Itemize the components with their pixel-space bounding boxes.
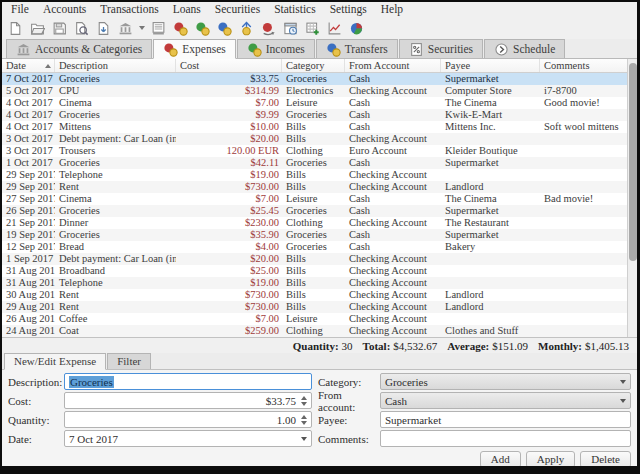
tab-label: Schedule (513, 43, 555, 55)
column-header-cost[interactable]: Cost (176, 59, 282, 72)
menu-statistics[interactable]: Statistics (267, 2, 323, 17)
comments-input[interactable] (380, 430, 631, 447)
menu-file[interactable]: File (4, 2, 36, 17)
import-file-icon[interactable] (94, 19, 112, 37)
quantity-stepper[interactable]: 1.00 (64, 411, 312, 428)
vertical-scrollbar[interactable] (627, 59, 637, 337)
table-row[interactable]: 21 Sep 2017Dinner$230.00ClothingChecking… (2, 217, 627, 229)
dropdown-caret-icon[interactable] (139, 26, 145, 30)
table-row[interactable]: 24 Aug 2017Coat$259.00ClothingChecking A… (2, 325, 627, 337)
tab-accounts-categories[interactable]: Accounts & Categories (6, 39, 152, 58)
scrollbar-thumb[interactable] (629, 63, 637, 261)
split-transaction-icon[interactable] (237, 19, 255, 37)
cell-comments (540, 157, 627, 169)
cell-date: 26 Aug 2017 (2, 313, 55, 325)
cell-cost: $25.00 (176, 265, 282, 277)
editor-tab-filter[interactable]: Filter (107, 353, 151, 369)
cell-date: 12 Sep 2017 (2, 241, 55, 253)
table-row[interactable]: 4 Oct 2017Mittens$10.00BillsCashMittens … (2, 121, 627, 133)
table-row[interactable]: 29 Aug 2017Rent$730.00BillsChecking Acco… (2, 301, 627, 313)
new-account-icon[interactable] (116, 19, 134, 37)
cell-from-account: Euro Account (345, 145, 441, 157)
table-row[interactable]: 12 Sep 2017Bread$4.00GroceriesCashBakery (2, 241, 627, 253)
pie-chart-icon[interactable] (347, 19, 365, 37)
apply-button[interactable]: Apply (526, 451, 576, 468)
menu-help[interactable]: Help (374, 2, 410, 17)
account-ledger-icon[interactable] (149, 19, 167, 37)
table-row[interactable]: 1 Oct 2017Groceries$42.11GroceriesCashSu… (2, 157, 627, 169)
cell-category: Leisure (282, 97, 345, 109)
from-account-select[interactable]: Cash (380, 392, 631, 409)
menu-settings[interactable]: Settings (323, 2, 374, 17)
spinner-arrows-icon[interactable] (301, 396, 307, 406)
table-row[interactable]: 1 Sep 2017Debt payment: Car Loan (intere… (2, 253, 627, 265)
cell-cost: $20.00 (176, 133, 282, 145)
cell-comments (540, 133, 627, 145)
table-row[interactable]: 30 Aug 2017Rent$730.00BillsChecking Acco… (2, 289, 627, 301)
table-row[interactable]: 31 Aug 2017Broadband$25.00BillsChecking … (2, 265, 627, 277)
table-row[interactable]: 4 Oct 2017Cinema$7.00LeisureCashThe Cine… (2, 97, 627, 109)
table-row[interactable]: 29 Sep 2017Rent$730.00BillsChecking Acco… (2, 181, 627, 193)
cell-date: 29 Sep 2017 (2, 169, 55, 181)
cell-cost: $7.00 (176, 97, 282, 109)
cell-cost: 120.00 EUR (176, 145, 282, 157)
table-row[interactable]: 4 Oct 2017Groceries$9.99GroceriesCashKwi… (2, 109, 627, 121)
cell-payee: Kleider Boutique (441, 145, 540, 157)
table-row[interactable]: 3 Oct 2017Trousers120.00 EURClothingEuro… (2, 145, 627, 157)
new-transfer-icon[interactable] (215, 19, 233, 37)
table-row[interactable]: 29 Sep 2017Telephone$19.00BillsChecking … (2, 169, 627, 181)
column-header-description[interactable]: Description (55, 59, 176, 72)
tab-schedule[interactable]: Schedule (484, 39, 565, 58)
column-label: Date (6, 59, 26, 72)
table-row[interactable]: 3 Oct 2017Debt payment: Car Loan (intere… (2, 133, 627, 145)
menu-accounts[interactable]: Accounts (36, 2, 93, 17)
category-select[interactable]: Groceries (380, 373, 631, 390)
table-row[interactable]: 26 Sep 2017Groceries$25.45GroceriesCashS… (2, 205, 627, 217)
tab-incomes[interactable]: Incomes (237, 39, 315, 58)
date-select[interactable]: 7 Oct 2017 (64, 430, 312, 447)
tab-expenses[interactable]: Expenses (153, 39, 235, 59)
open-file-icon[interactable] (28, 19, 46, 37)
table-row[interactable]: 5 Oct 2017CPU$314.99ElectronicsChecking … (2, 85, 627, 97)
table-row[interactable]: 19 Sep 2017Groceries$35.90GroceriesCashS… (2, 229, 627, 241)
cell-from-account: Checking Account (345, 253, 441, 265)
tab-label: Expenses (182, 43, 225, 55)
new-expense-icon[interactable] (171, 19, 189, 37)
schedule-transaction-icon[interactable] (281, 19, 299, 37)
add-button[interactable]: Add (480, 451, 521, 468)
new-security-icon[interactable] (303, 19, 321, 37)
column-header-comments[interactable]: Comments (540, 59, 627, 72)
editor-tab-new-edit-expense[interactable]: New/Edit Expense (4, 353, 106, 370)
refund-icon[interactable] (259, 19, 277, 37)
tab-securities[interactable]: Securities (399, 39, 483, 58)
cost-stepper[interactable]: $33.75 (64, 392, 312, 409)
payee-input[interactable]: Supermarket (380, 411, 631, 428)
delete-button[interactable]: Delete (580, 451, 631, 468)
expenses-table: DateDescriptionCostCategoryFrom AccountP… (2, 59, 637, 338)
column-header-date[interactable]: Date (2, 59, 55, 72)
column-header-from-account[interactable]: From Account (345, 59, 441, 72)
table-row[interactable]: 27 Sep 2017Cinema$7.00LeisureCashThe Cin… (2, 193, 627, 205)
spinner-arrows-icon[interactable] (301, 415, 307, 425)
tab-transfers[interactable]: Transfers (316, 39, 398, 58)
column-header-payee[interactable]: Payee (441, 59, 540, 72)
table-row[interactable]: 7 Oct 2017Groceries$33.75GroceriesCashSu… (2, 73, 627, 85)
menu-loans[interactable]: Loans (166, 2, 208, 17)
column-header-category[interactable]: Category (282, 59, 345, 72)
new-file-icon[interactable] (6, 19, 24, 37)
cell-date: 26 Sep 2017 (2, 205, 55, 217)
cell-category: Leisure (282, 313, 345, 325)
table-row[interactable]: 31 Aug 2017Telephone$19.00BillsChecking … (2, 277, 627, 289)
menu-transactions[interactable]: Transactions (93, 2, 165, 17)
column-label: Description (59, 59, 108, 72)
chart-icon[interactable] (325, 19, 343, 37)
quantity-value: 1.00 (277, 414, 296, 426)
cell-cost: $730.00 (176, 301, 282, 313)
save-file-icon[interactable] (50, 19, 68, 37)
reconcile-file-icon[interactable] (72, 19, 90, 37)
table-row[interactable]: 26 Aug 2017Coffee$7.00LeisureChecking Ac… (2, 313, 627, 325)
menu-securities[interactable]: Securities (208, 2, 267, 17)
description-input[interactable]: Groceries (64, 373, 312, 390)
cell-category: Electronics (282, 85, 345, 97)
new-income-icon[interactable] (193, 19, 211, 37)
